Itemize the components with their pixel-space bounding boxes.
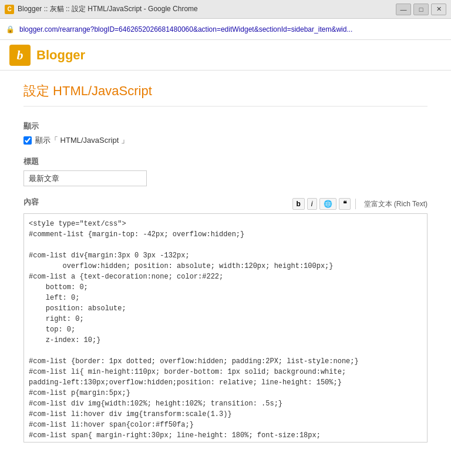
editor-toolbar: b i 🌐 ❝ 堂富文本 (Rich Text)	[292, 198, 428, 210]
url-text[interactable]: blogger.com/rearrange?blogID=64626520266…	[19, 25, 445, 33]
blogger-brand-name: Blogger	[36, 48, 85, 63]
bold-button[interactable]: b	[292, 198, 305, 210]
display-checkbox-row: 顯示「 HTML/JavaScript 」	[23, 135, 428, 146]
display-checkbox[interactable]	[23, 136, 32, 145]
chrome-icon: C	[5, 5, 14, 14]
display-section: 顯示 顯示「 HTML/JavaScript 」	[23, 121, 428, 146]
address-bar: 🔒 blogger.com/rearrange?blogID=646265202…	[0, 19, 451, 40]
display-checkbox-label: 顯示「 HTML/JavaScript 」	[35, 135, 129, 146]
lock-icon: 🔒	[6, 25, 15, 33]
window-controls[interactable]: — □ ✕	[396, 4, 446, 15]
content-label: 內容	[23, 197, 39, 207]
title-bar: C Blogger :: 灰貓 :: 設定 HTML/JavaScript - …	[0, 0, 451, 19]
richtext-link[interactable]: 堂富文本 (Rich Text)	[364, 199, 428, 209]
minimize-button[interactable]: —	[396, 4, 411, 15]
maximize-button[interactable]: □	[413, 4, 429, 15]
display-label: 顯示	[23, 121, 428, 132]
main-content: 設定 HTML/JavaScript 顯示 顯示「 HTML/JavaScrip…	[0, 71, 451, 476]
quote-button[interactable]: ❝	[339, 198, 351, 210]
title-label: 標題	[23, 156, 428, 167]
blogger-logo: b	[9, 45, 31, 66]
title-input[interactable]	[23, 170, 147, 186]
toolbar-separator	[355, 199, 356, 209]
blogger-header: b Blogger	[0, 40, 451, 71]
window-title: Blogger :: 灰貓 :: 設定 HTML/JavaScript - Go…	[18, 4, 198, 14]
emoji-button[interactable]: 🌐	[319, 198, 336, 210]
italic-button[interactable]: i	[307, 198, 317, 210]
blogger-logo-text: b	[17, 48, 23, 63]
page-title: 設定 HTML/JavaScript	[23, 82, 428, 107]
title-bar-left: C Blogger :: 灰貓 :: 設定 HTML/JavaScript - …	[5, 4, 198, 14]
close-button[interactable]: ✕	[431, 4, 446, 15]
content-section: 內容 b i 🌐 ❝ 堂富文本 (Rich Text)	[23, 197, 428, 444]
code-editor[interactable]	[23, 213, 428, 443]
title-section: 標題	[23, 156, 428, 186]
